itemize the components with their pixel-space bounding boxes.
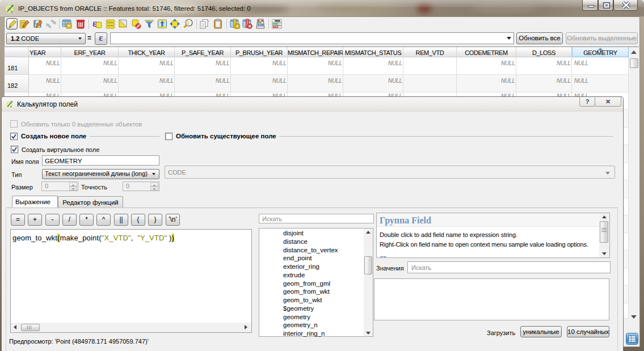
svg-text:ε: ε xyxy=(92,18,97,29)
